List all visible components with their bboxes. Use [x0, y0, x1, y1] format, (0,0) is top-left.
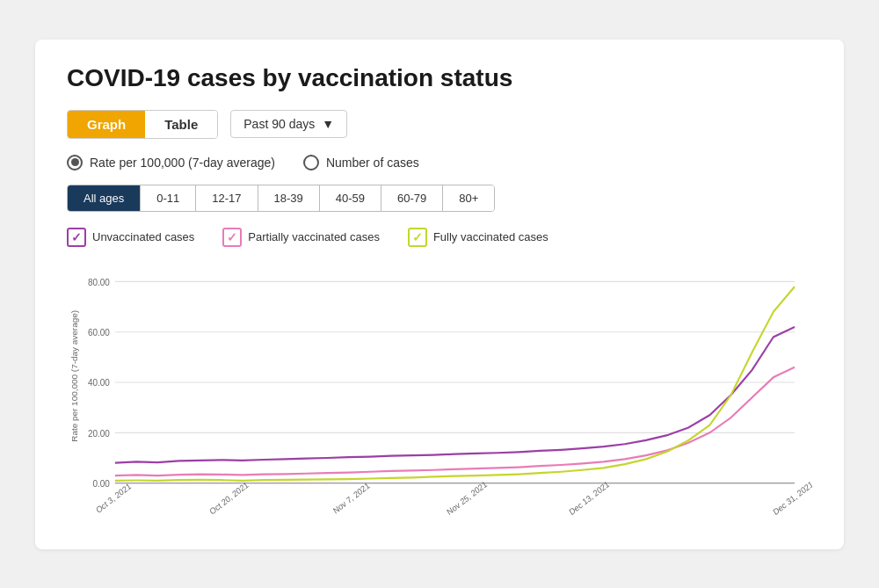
legend-item-0[interactable]: ✓Unvaccinated cases	[67, 228, 194, 247]
age-tab-18-39[interactable]: 18-39	[258, 185, 320, 211]
svg-text:40.00: 40.00	[88, 376, 110, 388]
svg-text:Dec 13, 2021: Dec 13, 2021	[567, 478, 611, 516]
graph-tab[interactable]: Graph	[68, 111, 145, 138]
svg-text:Oct 20, 2021: Oct 20, 2021	[207, 479, 250, 516]
legend-item-2[interactable]: ✓Fully vaccinated cases	[408, 228, 548, 247]
svg-text:Nov 7, 2021: Nov 7, 2021	[331, 480, 372, 515]
svg-text:Dec 31, 2021: Dec 31, 2021	[771, 478, 812, 516]
legend-label-0: Unvaccinated cases	[92, 230, 194, 243]
legend: ✓Unvaccinated cases✓Partially vaccinated…	[67, 228, 812, 247]
legend-check-0: ✓	[67, 228, 86, 247]
age-tab-0-11[interactable]: 0-11	[141, 185, 196, 211]
page-title: COVID-19 cases by vaccination status	[67, 64, 812, 92]
legend-label-2: Fully vaccinated cases	[433, 230, 548, 243]
radio-count[interactable]: Number of cases	[303, 155, 419, 171]
age-tab-80+[interactable]: 80+	[443, 185, 494, 211]
age-tab-40-59[interactable]: 40-59	[320, 185, 381, 211]
age-tab-all-ages[interactable]: All ages	[68, 185, 141, 211]
chart-svg: 0.0020.0040.0060.0080.00Rate per 100,000…	[67, 259, 812, 532]
age-tab-12-17[interactable]: 12-17	[196, 185, 258, 211]
legend-check-2: ✓	[408, 228, 427, 247]
svg-text:0.00: 0.00	[93, 477, 111, 489]
legend-item-1[interactable]: ✓Partially vaccinated cases	[222, 228, 380, 247]
legend-check-1: ✓	[222, 228, 242, 247]
svg-text:20.00: 20.00	[88, 427, 110, 439]
controls-row: Graph Table Past 90 days ▼	[67, 110, 812, 139]
legend-label-1: Partially vaccinated cases	[248, 230, 380, 243]
timeframe-dropdown[interactable]: Past 90 days ▼	[230, 110, 347, 138]
view-tab-group: Graph Table	[67, 110, 218, 139]
radio-rate-label: Rate per 100,000 (7-day average)	[90, 156, 275, 170]
dropdown-label: Past 90 days	[243, 117, 315, 131]
radio-rate[interactable]: Rate per 100,000 (7-day average)	[67, 155, 275, 171]
svg-text:Rate per 100,000 (7-day averag: Rate per 100,000 (7-day average)	[69, 309, 78, 441]
svg-text:Nov 25, 2021: Nov 25, 2021	[445, 478, 489, 516]
age-tab-60-79[interactable]: 60-79	[381, 185, 443, 211]
main-card: COVID-19 cases by vaccination status Gra…	[35, 40, 844, 549]
age-tab-group: All ages0-1112-1718-3940-5960-7980+	[67, 185, 495, 212]
radio-count-circle	[303, 155, 319, 171]
svg-text:80.00: 80.00	[88, 276, 110, 287]
table-tab[interactable]: Table	[145, 111, 217, 138]
radio-group: Rate per 100,000 (7-day average) Number …	[67, 155, 812, 171]
svg-text:60.00: 60.00	[88, 326, 110, 338]
chart-area: 0.0020.0040.0060.0080.00Rate per 100,000…	[67, 259, 812, 532]
radio-count-label: Number of cases	[326, 156, 419, 170]
radio-rate-circle	[67, 155, 83, 171]
chevron-down-icon: ▼	[322, 117, 334, 131]
